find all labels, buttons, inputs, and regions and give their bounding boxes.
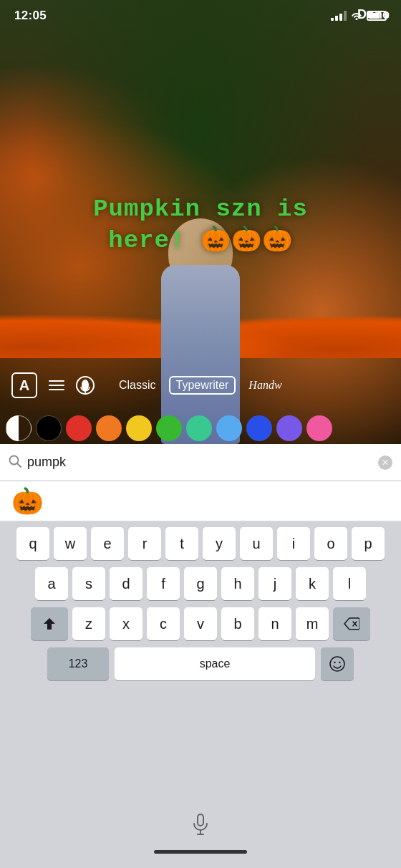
key-shift[interactable] [31,607,68,640]
voice-button[interactable] [76,376,95,395]
key-f[interactable]: f [147,567,180,600]
key-n[interactable]: n [259,607,291,640]
color-swatch-purple[interactable] [276,415,302,441]
color-swatch-blue[interactable] [246,415,272,441]
key-o[interactable]: o [314,527,347,560]
font-typewriter[interactable]: Typewriter [169,376,236,395]
home-indicator [154,850,247,854]
mic-icon[interactable] [193,814,208,842]
key-p[interactable]: p [352,527,385,560]
key-row-1: q w e r t y u i o p [3,527,398,560]
key-r[interactable]: r [128,527,161,560]
text-toolbar: A Classic Typewriter Handw [0,365,401,405]
key-w[interactable]: w [54,527,87,560]
color-swatch-teal[interactable] [186,415,212,441]
key-a[interactable]: a [35,567,68,600]
svg-point-1 [82,380,89,391]
font-classic[interactable]: Classic [112,376,163,395]
emoji-results: 🎃 [0,481,401,521]
key-h[interactable]: h [221,567,254,600]
key-i[interactable]: i [277,527,310,560]
key-j[interactable]: j [259,567,291,600]
color-swatch-yellow[interactable] [126,415,152,441]
emoji-result-pumpkin[interactable]: 🎃 [11,486,44,516]
key-numbers[interactable]: 123 [47,647,109,680]
svg-line-4 [17,463,21,467]
svg-point-8 [334,662,335,663]
color-swatch-white[interactable] [6,415,32,441]
key-m[interactable]: m [296,607,329,640]
key-u[interactable]: u [240,527,273,560]
status-bar: 12:05 [0,0,401,32]
color-swatch-red[interactable] [66,415,92,441]
svg-rect-10 [198,814,203,826]
search-bar: ✕ [0,444,401,481]
key-v[interactable]: v [184,607,217,640]
key-space[interactable]: space [115,647,315,680]
key-b[interactable]: b [221,607,254,640]
key-y[interactable]: y [203,527,236,560]
font-handwriting[interactable]: Handw [241,376,289,395]
key-k[interactable]: k [296,567,329,600]
keyboard: q w e r t y u i o p a s d f g h j k l [0,521,401,680]
svg-point-7 [330,657,344,671]
key-e[interactable]: e [91,527,124,560]
color-swatch-black[interactable] [36,415,62,441]
key-t[interactable]: t [165,527,198,560]
color-swatch-green[interactable] [156,415,182,441]
key-emoji[interactable] [321,647,354,680]
color-swatch-light-blue[interactable] [216,415,242,441]
color-swatch-pink[interactable] [306,415,332,441]
key-q[interactable]: q [16,527,49,560]
done-button[interactable]: Done [357,7,390,22]
bottom-bar [0,808,401,868]
caption-text: Pumpkin szn ishere! 🎃🎃🎃 [29,193,372,256]
key-g[interactable]: g [184,567,217,600]
search-clear-button[interactable]: ✕ [378,455,392,470]
status-time: 12:05 [14,9,47,23]
font-style-button[interactable]: A [11,372,37,398]
alignment-button[interactable] [49,380,64,390]
photo-area: 12:05 Done Pumpkin szn ishere! 🎃🎃🎃 [0,0,401,444]
search-icon [9,455,21,471]
key-delete[interactable] [333,607,370,640]
color-picker [0,410,401,444]
key-c[interactable]: c [147,607,180,640]
svg-point-9 [339,662,340,663]
keyboard-area: ✕ 🎃 q w e r t y u i o p a s d f g h j [0,444,401,868]
key-row-2: a s d f g h j k l [3,567,398,600]
key-d[interactable]: d [110,567,142,600]
key-row-3: z x c v b n m [3,607,398,640]
key-s[interactable]: s [72,567,105,600]
caption-overlay: Pumpkin szn ishere! 🎃🎃🎃 [0,193,401,256]
key-x[interactable]: x [110,607,142,640]
font-options: Classic Typewriter Handw [112,376,289,395]
search-input[interactable] [27,455,372,470]
signal-icon [331,11,347,21]
key-z[interactable]: z [72,607,105,640]
key-l[interactable]: l [333,567,366,600]
key-row-4: 123 space [3,647,398,680]
color-swatch-orange[interactable] [96,415,122,441]
